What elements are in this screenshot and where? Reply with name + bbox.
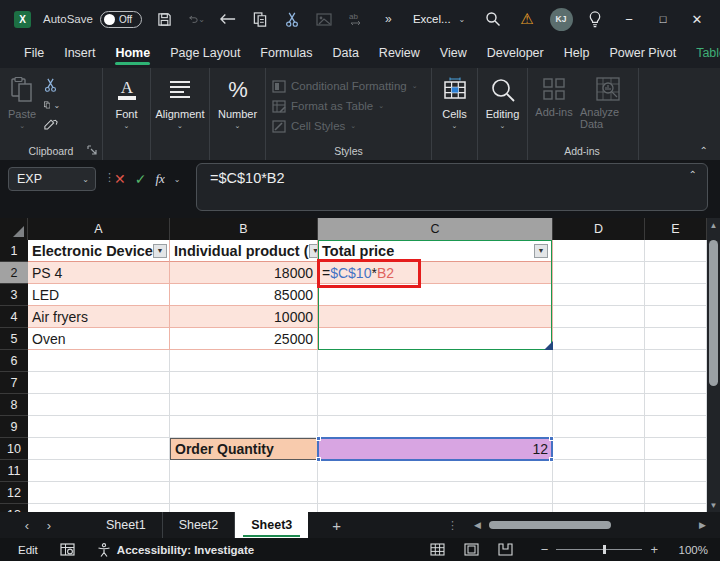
- ribbon-tab-table-design[interactable]: Table Design: [686, 40, 720, 67]
- cell-c6[interactable]: [318, 350, 553, 372]
- zoom-out-icon[interactable]: −: [541, 542, 549, 557]
- cell-a13[interactable]: [28, 504, 170, 512]
- row-header-13[interactable]: 13: [0, 504, 28, 512]
- cell-d2[interactable]: [553, 262, 645, 284]
- cell-c12[interactable]: [318, 482, 553, 504]
- page-break-preview-icon[interactable]: [489, 543, 523, 556]
- row-header-1[interactable]: 1: [0, 240, 28, 262]
- cell-e10[interactable]: [645, 438, 707, 460]
- cell-d5[interactable]: [553, 328, 645, 350]
- cell-d6[interactable]: [553, 350, 645, 372]
- page-layout-view-icon[interactable]: [455, 543, 489, 556]
- cell-b10[interactable]: Order Quantity: [170, 438, 318, 460]
- cells-button[interactable]: Cells ⌄: [432, 68, 477, 130]
- cell-a5[interactable]: Oven: [28, 328, 170, 350]
- cell-b2[interactable]: 18000: [170, 262, 318, 284]
- conditional-formatting-button[interactable]: Conditional Formatting ⌄: [272, 76, 431, 96]
- title-chevron-icon[interactable]: ⌄: [459, 15, 466, 24]
- cell-d4[interactable]: [553, 306, 645, 328]
- cell-e9[interactable]: [645, 416, 707, 438]
- cell-c13[interactable]: [318, 504, 553, 512]
- sheet-nav-right-icon[interactable]: ›: [38, 518, 60, 533]
- cell-e3[interactable]: [645, 284, 707, 306]
- cell-e11[interactable]: [645, 460, 707, 482]
- cell-b1[interactable]: Individual product (▼: [170, 240, 318, 262]
- editing-button[interactable]: Editing ⌄: [478, 68, 527, 130]
- cell-c7[interactable]: [318, 372, 553, 394]
- vertical-scroll-thumb[interactable]: [709, 240, 718, 386]
- cell-e12[interactable]: [645, 482, 707, 504]
- excel-logo-icon[interactable]: X: [14, 11, 31, 28]
- cell-b4[interactable]: 10000: [170, 306, 318, 328]
- zoom-slider-knob[interactable]: [603, 545, 606, 554]
- row-header-7[interactable]: 7: [0, 372, 28, 394]
- cell-a9[interactable]: [28, 416, 170, 438]
- scroll-up-icon[interactable]: ▲: [710, 218, 718, 232]
- hscroll-right-icon[interactable]: ▶: [695, 520, 710, 530]
- cell-b11[interactable]: [170, 460, 318, 482]
- ribbon-tab-view[interactable]: View: [430, 40, 477, 67]
- ribbon-tab-formulas[interactable]: Formulas: [250, 40, 322, 67]
- ribbon-tab-help[interactable]: Help: [554, 40, 600, 67]
- row-header-12[interactable]: 12: [0, 482, 28, 504]
- cell-c5[interactable]: [318, 328, 553, 350]
- picture-icon[interactable]: [316, 11, 333, 28]
- hscroll-track[interactable]: [485, 520, 695, 530]
- fx-chevron-icon[interactable]: ⌄: [174, 175, 181, 184]
- zoom-in-icon[interactable]: +: [650, 542, 658, 557]
- cell-a12[interactable]: [28, 482, 170, 504]
- ribbon-tab-developer[interactable]: Developer: [477, 40, 554, 67]
- format-painter-icon[interactable]: [44, 118, 60, 132]
- horizontal-scroll-thumb[interactable]: [489, 521, 611, 529]
- column-header-a[interactable]: A: [28, 218, 170, 240]
- cell-e2[interactable]: [645, 262, 707, 284]
- cell-c9[interactable]: [318, 416, 553, 438]
- cell-e4[interactable]: [645, 306, 707, 328]
- macro-record-icon[interactable]: [60, 543, 75, 556]
- cell-d12[interactable]: [553, 482, 645, 504]
- cell-d11[interactable]: [553, 460, 645, 482]
- ribbon-tab-page-layout[interactable]: Page Layout: [160, 40, 250, 67]
- ribbon-tab-insert[interactable]: Insert: [54, 40, 105, 67]
- name-box[interactable]: EXP ⌄: [8, 167, 96, 191]
- account-avatar[interactable]: KJ: [544, 4, 578, 34]
- sheet-nav-left-icon[interactable]: ‹: [16, 518, 38, 533]
- accessibility-icon[interactable]: [97, 543, 111, 557]
- cell-d13[interactable]: [553, 504, 645, 512]
- ribbon-tab-power-pivot[interactable]: Power Pivot: [599, 40, 686, 67]
- row-header-11[interactable]: 11: [0, 460, 28, 482]
- clipboard-dialog-launcher[interactable]: [87, 145, 98, 156]
- row-header-5[interactable]: 5: [0, 328, 28, 350]
- cell-b3[interactable]: 85000: [170, 284, 318, 306]
- cell-d1[interactable]: [553, 240, 645, 262]
- ribbon-tab-data[interactable]: Data: [322, 40, 368, 67]
- cell-d10[interactable]: [553, 438, 645, 460]
- tips-lightbulb-icon[interactable]: [578, 4, 612, 34]
- filter-dropdown-icon[interactable]: ▼: [534, 244, 548, 258]
- maximize-button[interactable]: □: [646, 4, 680, 34]
- cell-b6[interactable]: [170, 350, 318, 372]
- back-arrow-icon[interactable]: [220, 11, 237, 28]
- cell-a3[interactable]: LED: [28, 284, 170, 306]
- cell-e8[interactable]: [645, 394, 707, 416]
- row-header-8[interactable]: 8: [0, 394, 28, 416]
- paste-button[interactable]: Paste ⌄: [8, 68, 36, 132]
- cell-d8[interactable]: [553, 394, 645, 416]
- zoom-percentage[interactable]: 100%: [672, 544, 708, 556]
- cell-b13[interactable]: [170, 504, 318, 512]
- switch-case-icon[interactable]: ab: [348, 11, 365, 28]
- vertical-scrollbar[interactable]: ▲ ▼: [707, 218, 720, 512]
- sheet-tab-sheet2[interactable]: Sheet2: [163, 512, 236, 538]
- cell-c1[interactable]: Total price▼: [318, 240, 553, 262]
- cell-c2[interactable]: =$C$10*B2: [318, 262, 553, 284]
- filter-dropdown-icon[interactable]: ▼: [309, 244, 318, 258]
- cell-c3[interactable]: [318, 284, 553, 306]
- cell-a11[interactable]: [28, 460, 170, 482]
- cell-d3[interactable]: [553, 284, 645, 306]
- number-button[interactable]: % Number ⌄: [210, 68, 265, 130]
- alert-warning-icon[interactable]: ⚠: [510, 4, 544, 34]
- insert-function-icon[interactable]: fx: [155, 171, 164, 187]
- cell-e6[interactable]: [645, 350, 707, 372]
- cell-a7[interactable]: [28, 372, 170, 394]
- undo-icon[interactable]: ⌄: [188, 11, 205, 28]
